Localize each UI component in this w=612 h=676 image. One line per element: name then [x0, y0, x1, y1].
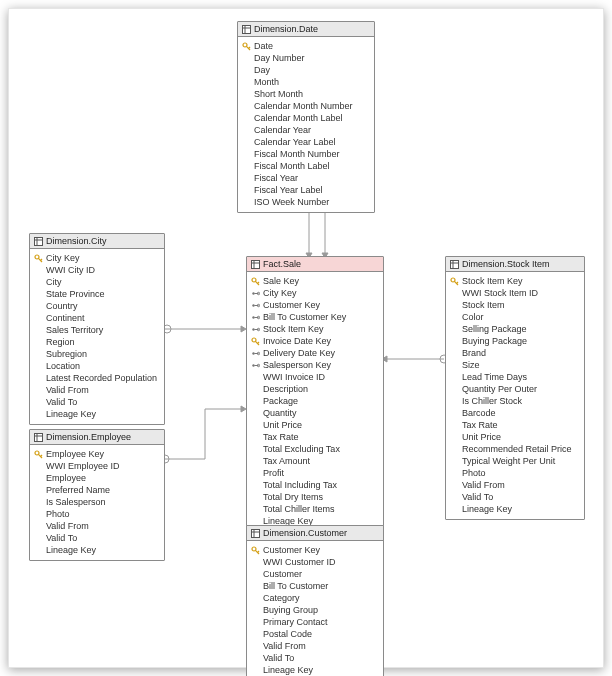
column-row[interactable]: Fiscal Month Label — [242, 160, 370, 172]
column-name: Bill To Customer — [263, 580, 328, 592]
column-row[interactable]: Category — [251, 592, 379, 604]
column-row[interactable]: Short Month — [242, 88, 370, 100]
column-row[interactable]: Lineage Key — [450, 503, 580, 515]
column-row[interactable]: Fiscal Year — [242, 172, 370, 184]
column-row[interactable]: WWI Stock Item ID — [450, 287, 580, 299]
column-row[interactable]: City Key — [251, 287, 379, 299]
column-row[interactable]: Is Chiller Stock — [450, 395, 580, 407]
column-row[interactable]: Stock Item — [450, 299, 580, 311]
column-row[interactable]: Location — [34, 360, 160, 372]
column-row[interactable]: Quantity Per Outer — [450, 383, 580, 395]
column-name: Valid To — [46, 532, 77, 544]
table-fact-sale[interactable]: Fact.Sale Sale KeyCity KeyCustomer KeyBi… — [246, 256, 384, 532]
column-row[interactable]: Size — [450, 359, 580, 371]
column-row[interactable]: Fiscal Month Number — [242, 148, 370, 160]
column-row[interactable]: WWI Employee ID — [34, 460, 160, 472]
column-row[interactable]: WWI Customer ID — [251, 556, 379, 568]
column-row[interactable]: Latest Recorded Population — [34, 372, 160, 384]
column-row[interactable]: City Key — [34, 252, 160, 264]
column-row[interactable]: Lineage Key — [251, 664, 379, 676]
column-row[interactable]: Stock Item Key — [251, 323, 379, 335]
column-name: Valid To — [263, 652, 294, 664]
column-row[interactable]: Bill To Customer — [251, 580, 379, 592]
column-row[interactable]: Valid From — [251, 640, 379, 652]
column-row[interactable]: Tax Amount — [251, 455, 379, 467]
column-row[interactable]: Unit Price — [251, 419, 379, 431]
column-row[interactable]: Photo — [34, 508, 160, 520]
column-row[interactable]: Total Including Tax — [251, 479, 379, 491]
column-row[interactable]: Employee Key — [34, 448, 160, 460]
column-row[interactable]: Valid To — [34, 396, 160, 408]
column-row[interactable]: State Province — [34, 288, 160, 300]
column-row[interactable]: Buying Group — [251, 604, 379, 616]
column-row[interactable]: Sales Territory — [34, 324, 160, 336]
column-row[interactable]: Continent — [34, 312, 160, 324]
column-row[interactable]: Calendar Year — [242, 124, 370, 136]
column-row[interactable]: Stock Item Key — [450, 275, 580, 287]
table-dimension-customer[interactable]: Dimension.Customer Customer KeyWWI Custo… — [246, 525, 384, 676]
column-row[interactable]: Customer Key — [251, 299, 379, 311]
column-row[interactable]: Typical Weight Per Unit — [450, 455, 580, 467]
column-row[interactable]: Selling Package — [450, 323, 580, 335]
column-row[interactable]: Day — [242, 64, 370, 76]
column-row[interactable]: Valid To — [251, 652, 379, 664]
column-row[interactable]: Brand — [450, 347, 580, 359]
column-row[interactable]: Total Excluding Tax — [251, 443, 379, 455]
column-row[interactable]: Postal Code — [251, 628, 379, 640]
column-row[interactable]: Calendar Year Label — [242, 136, 370, 148]
column-row[interactable]: Delivery Date Key — [251, 347, 379, 359]
column-row[interactable]: Barcode — [450, 407, 580, 419]
column-row[interactable]: Valid To — [34, 532, 160, 544]
column-row[interactable]: Profit — [251, 467, 379, 479]
column-row[interactable]: ISO Week Number — [242, 196, 370, 208]
column-row[interactable]: Unit Price — [450, 431, 580, 443]
column-row[interactable]: Date — [242, 40, 370, 52]
column-row[interactable]: WWI Invoice ID — [251, 371, 379, 383]
column-row[interactable]: Color — [450, 311, 580, 323]
column-row[interactable]: Valid From — [34, 520, 160, 532]
table-dimension-date[interactable]: Dimension.Date DateDay NumberDayMonthSho… — [237, 21, 375, 213]
column-row[interactable]: Calendar Month Number — [242, 100, 370, 112]
column-row[interactable]: Lineage Key — [34, 544, 160, 556]
column-row[interactable]: Valid To — [450, 491, 580, 503]
column-row[interactable]: Salesperson Key — [251, 359, 379, 371]
column-row[interactable]: Employee — [34, 472, 160, 484]
column-row[interactable]: Valid From — [34, 384, 160, 396]
column-row[interactable]: Preferred Name — [34, 484, 160, 496]
column-row[interactable]: Quantity — [251, 407, 379, 419]
table-dimension-city[interactable]: Dimension.City City KeyWWI City IDCitySt… — [29, 233, 165, 425]
column-row[interactable]: Recommended Retail Price — [450, 443, 580, 455]
column-row[interactable]: WWI City ID — [34, 264, 160, 276]
column-row[interactable]: Subregion — [34, 348, 160, 360]
column-row[interactable]: Tax Rate — [450, 419, 580, 431]
column-row[interactable]: Customer Key — [251, 544, 379, 556]
column-name: WWI Invoice ID — [263, 371, 325, 383]
column-row[interactable]: Day Number — [242, 52, 370, 64]
column-row[interactable]: Region — [34, 336, 160, 348]
column-row[interactable]: Bill To Customer Key — [251, 311, 379, 323]
column-row[interactable]: Calendar Month Label — [242, 112, 370, 124]
column-row[interactable]: Sale Key — [251, 275, 379, 287]
column-row[interactable]: Total Dry Items — [251, 491, 379, 503]
column-row[interactable]: Lineage Key — [34, 408, 160, 420]
column-row[interactable]: Fiscal Year Label — [242, 184, 370, 196]
column-row[interactable]: Tax Rate — [251, 431, 379, 443]
column-row[interactable]: Invoice Date Key — [251, 335, 379, 347]
column-row[interactable]: Valid From — [450, 479, 580, 491]
column-row[interactable]: Total Chiller Items — [251, 503, 379, 515]
column-row[interactable]: Is Salesperson — [34, 496, 160, 508]
column-row[interactable]: Customer — [251, 568, 379, 580]
column-name: Valid From — [462, 479, 505, 491]
column-row[interactable]: Buying Package — [450, 335, 580, 347]
column-row[interactable]: Month — [242, 76, 370, 88]
column-row[interactable]: Lead Time Days — [450, 371, 580, 383]
table-dimension-employee[interactable]: Dimension.Employee Employee KeyWWI Emplo… — [29, 429, 165, 561]
column-row[interactable]: Package — [251, 395, 379, 407]
column-row[interactable]: Description — [251, 383, 379, 395]
column-row[interactable]: City — [34, 276, 160, 288]
column-row[interactable]: Photo — [450, 467, 580, 479]
diagram-canvas[interactable]: Dimension.Date DateDay NumberDayMonthSho… — [8, 8, 604, 668]
table-dimension-stock-item[interactable]: Dimension.Stock Item Stock Item KeyWWI S… — [445, 256, 585, 520]
column-row[interactable]: Country — [34, 300, 160, 312]
column-row[interactable]: Primary Contact — [251, 616, 379, 628]
